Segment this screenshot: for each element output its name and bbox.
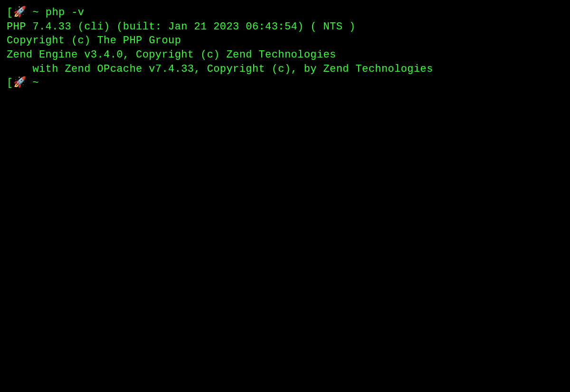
command-text: php -v bbox=[46, 7, 85, 19]
prompt-line-2[interactable]: [🚀 ~ bbox=[7, 76, 563, 90]
prompt-bracket: [ bbox=[7, 77, 13, 89]
output-line-1: PHP 7.4.33 (cli) (built: Jan 21 2023 06:… bbox=[7, 20, 563, 34]
prompt-line-1: [🚀 ~ php -v bbox=[7, 6, 563, 20]
output-line-3: Zend Engine v3.4.0, Copyright (c) Zend T… bbox=[7, 48, 563, 62]
prompt-bracket: [ bbox=[7, 7, 13, 19]
prompt-tilde: ~ bbox=[26, 77, 46, 89]
output-line-2: Copyright (c) The PHP Group bbox=[7, 34, 563, 48]
rocket-icon: 🚀 bbox=[13, 7, 26, 19]
rocket-icon: 🚀 bbox=[13, 77, 26, 89]
prompt-tilde: ~ bbox=[26, 7, 46, 19]
output-line-4: with Zend OPcache v7.4.33, Copyright (c)… bbox=[7, 62, 563, 76]
terminal-window[interactable]: [🚀 ~ php -v PHP 7.4.33 (cli) (built: Jan… bbox=[7, 6, 563, 90]
